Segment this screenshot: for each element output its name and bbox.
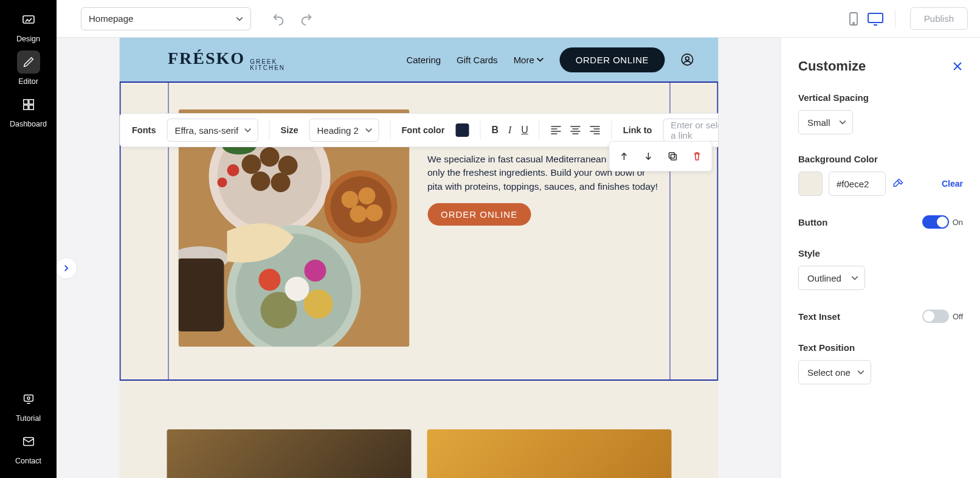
style-select[interactable]: Outlined xyxy=(798,266,865,290)
align-center-button[interactable] xyxy=(570,126,581,134)
separator xyxy=(480,121,480,139)
order-online-button[interactable]: ORDER ONLINE xyxy=(427,203,531,226)
toolbar-size-label: Size xyxy=(280,125,298,135)
chevron-down-icon xyxy=(537,56,544,63)
account-icon[interactable] xyxy=(680,53,694,66)
publish-button[interactable]: Publish xyxy=(910,7,968,30)
image-placeholder[interactable] xyxy=(427,429,671,478)
chevron-down-icon xyxy=(851,274,858,282)
nav-tutorial[interactable]: Tutorial xyxy=(0,386,57,424)
svg-rect-7 xyxy=(23,438,33,446)
move-down-button[interactable] xyxy=(637,145,659,167)
app-nav: Design Editor Dashboard Tutorial Conta xyxy=(0,0,57,478)
nav-dashboard[interactable]: Dashboard xyxy=(0,91,57,130)
align-right-button[interactable] xyxy=(590,126,601,134)
separator xyxy=(539,121,540,139)
svg-rect-13 xyxy=(669,153,674,158)
site-logo[interactable]: FRÉSKO GREEK KITCHEN xyxy=(168,49,285,71)
next-section-images xyxy=(167,429,671,478)
text-position-select[interactable]: Select one xyxy=(798,360,871,384)
italic-button[interactable]: I xyxy=(508,125,511,136)
panel-title: Customize xyxy=(798,58,866,74)
top-bar: Homepage Publish xyxy=(57,0,980,38)
svg-point-26 xyxy=(260,147,279,167)
nav-giftcards[interactable]: Gift Cards xyxy=(457,55,498,65)
link-input[interactable]: Enter or select a link xyxy=(663,119,718,142)
nav-label: Editor xyxy=(18,77,38,86)
link-placeholder: Enter or select a link xyxy=(671,120,718,140)
align-left-button[interactable] xyxy=(551,126,562,134)
text-inset-toggle[interactable] xyxy=(922,310,949,323)
style-label: Style xyxy=(798,248,963,258)
logo-sub: GREEK KITCHEN xyxy=(250,59,285,71)
duplicate-button[interactable] xyxy=(661,145,683,167)
background-color-input[interactable]: #f0ece2 xyxy=(829,171,886,196)
separator xyxy=(612,121,612,139)
svg-rect-0 xyxy=(23,16,34,23)
site-header: FRÉSKO GREEK KITCHEN Catering Gift Cards… xyxy=(119,38,718,81)
size-select[interactable]: Heading 2 xyxy=(309,119,379,142)
toolbar-link-label: Link to xyxy=(623,125,652,135)
close-button[interactable] xyxy=(952,61,963,72)
nav-more[interactable]: More xyxy=(514,55,544,65)
separator xyxy=(390,121,390,139)
button-toggle[interactable] xyxy=(922,215,949,229)
chevron-down-icon xyxy=(839,119,846,126)
order-online-pill[interactable]: ORDER ONLINE xyxy=(560,47,664,72)
mobile-preview-button[interactable] xyxy=(845,10,862,27)
svg-point-28 xyxy=(250,171,270,191)
svg-rect-14 xyxy=(671,154,676,160)
svg-point-35 xyxy=(304,260,326,282)
background-color-label: Background Color xyxy=(798,154,963,164)
delete-button[interactable] xyxy=(686,145,708,167)
background-color-swatch[interactable] xyxy=(798,171,823,196)
toolbar-fonts-label: Fonts xyxy=(132,125,156,135)
button-toggle-label: Button xyxy=(798,217,827,227)
page-select[interactable]: Homepage xyxy=(81,7,251,30)
svg-rect-2 xyxy=(29,100,33,104)
customize-panel: Customize Vertical Spacing Small Backgro… xyxy=(781,38,980,478)
font-color-swatch[interactable] xyxy=(455,123,469,137)
clear-button[interactable]: Clear xyxy=(942,179,963,189)
redo-button[interactable] xyxy=(296,9,317,29)
undo-button[interactable] xyxy=(268,9,289,29)
canvas[interactable]: FRÉSKO GREEK KITCHEN Catering Gift Cards… xyxy=(119,38,718,478)
contact-icon xyxy=(17,430,40,453)
eyedropper-button[interactable] xyxy=(892,178,904,190)
svg-point-29 xyxy=(271,173,290,192)
svg-point-38 xyxy=(285,277,309,301)
nav-design[interactable]: Design xyxy=(0,6,57,45)
nav-label: Contact xyxy=(15,457,41,465)
nav-catering[interactable]: Catering xyxy=(406,55,441,65)
svg-point-6 xyxy=(27,397,29,400)
svg-point-25 xyxy=(241,154,261,174)
image-placeholder[interactable] xyxy=(167,429,411,478)
logo-main: FRÉSKO xyxy=(168,49,245,68)
nav-label: Dashboard xyxy=(10,120,47,128)
nav-contact[interactable]: Contact xyxy=(0,428,57,467)
chevron-down-icon xyxy=(236,15,243,23)
svg-point-11 xyxy=(682,54,692,65)
site-nav: Catering Gift Cards More ORDER ONLINE xyxy=(406,47,694,72)
svg-rect-24 xyxy=(178,258,224,331)
nav-editor[interactable]: Editor xyxy=(0,49,57,88)
font-select[interactable]: Effra, sans-serif xyxy=(167,119,258,142)
svg-point-32 xyxy=(350,206,367,223)
chevron-down-icon xyxy=(857,369,864,376)
svg-rect-10 xyxy=(868,13,883,23)
element-toolbar xyxy=(609,141,712,171)
svg-point-31 xyxy=(358,187,375,204)
move-up-button[interactable] xyxy=(613,145,635,167)
toggle-state: On xyxy=(953,218,963,227)
page-select-value: Homepage xyxy=(89,13,133,24)
sidebar-collapse-button[interactable] xyxy=(57,257,77,279)
underline-button[interactable]: U xyxy=(521,125,528,136)
chevron-down-icon xyxy=(365,126,372,134)
workspace: FRÉSKO GREEK KITCHEN Catering Gift Cards… xyxy=(57,38,781,478)
toolbar-fontcolor-label: Font color xyxy=(401,125,444,135)
chevron-down-icon xyxy=(244,126,251,134)
vertical-spacing-select[interactable]: Small xyxy=(798,110,853,134)
desktop-preview-button[interactable] xyxy=(867,10,884,27)
svg-rect-5 xyxy=(24,395,33,401)
bold-button[interactable]: B xyxy=(491,125,499,136)
